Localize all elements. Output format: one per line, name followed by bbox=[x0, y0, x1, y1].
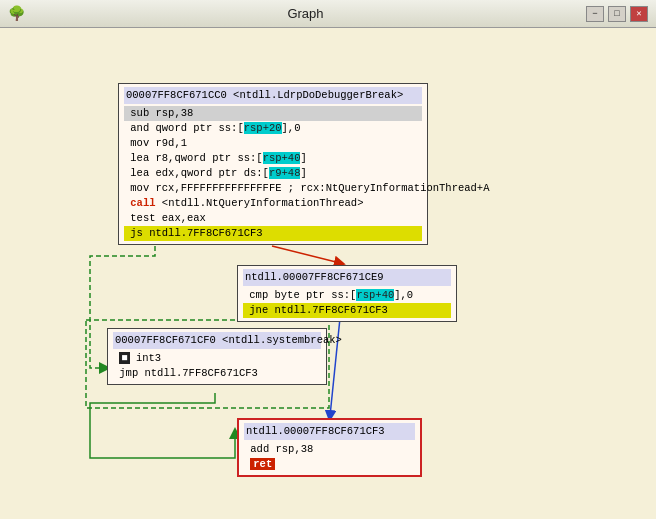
code-block-bottom: ntdll.00007FF8CF671CF3 add rsp,38 ret bbox=[237, 418, 422, 477]
svg-line-1 bbox=[330, 318, 340, 416]
close-button[interactable]: ✕ bbox=[630, 6, 648, 22]
svg-line-0 bbox=[272, 246, 340, 263]
code-block-mid-left: 00007FF8CF671CF0 <ntdll.systembreak> ■ i… bbox=[107, 328, 327, 385]
window-title: Graph bbox=[25, 6, 586, 21]
block-top-header: 00007FF8CF671CC0 <ntdll.LdrpDoDebuggerBr… bbox=[124, 87, 422, 104]
title-bar: 🌳 Graph − □ ✕ bbox=[0, 0, 656, 28]
app-icon: 🌳 bbox=[8, 5, 25, 22]
window-controls: − □ ✕ bbox=[586, 6, 648, 22]
block-bottom-header: ntdll.00007FF8CF671CF3 bbox=[244, 423, 415, 440]
graph-canvas: 00007FF8CF671CC0 <ntdll.LdrpDoDebuggerBr… bbox=[0, 28, 656, 519]
block-mid-right-header: ntdll.00007FF8CF671CE9 bbox=[243, 269, 451, 286]
code-block-mid-right: ntdll.00007FF8CF671CE9 cmp byte ptr ss:[… bbox=[237, 265, 457, 322]
code-block-top: 00007FF8CF671CC0 <ntdll.LdrpDoDebuggerBr… bbox=[118, 83, 428, 245]
minimize-button[interactable]: − bbox=[586, 6, 604, 22]
maximize-button[interactable]: □ bbox=[608, 6, 626, 22]
block-mid-left-header: 00007FF8CF671CF0 <ntdll.systembreak> bbox=[113, 332, 321, 349]
